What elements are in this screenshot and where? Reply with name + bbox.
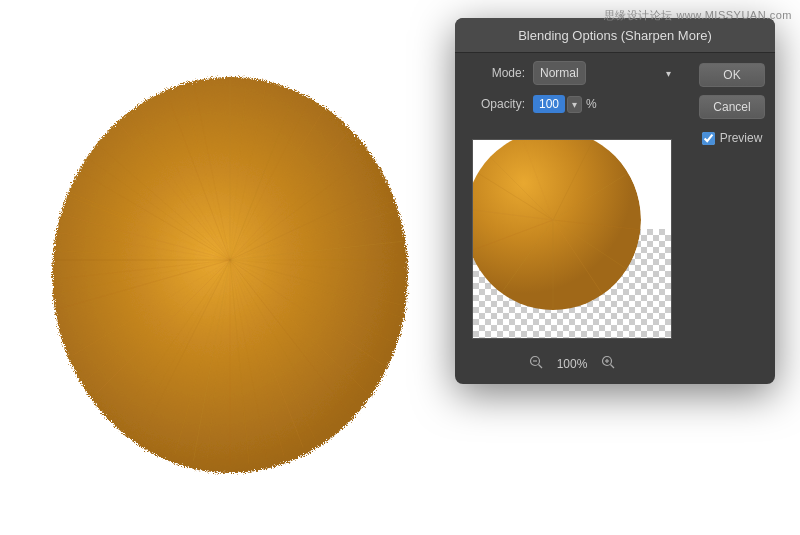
mode-select-wrapper[interactable]: Normal ▾ bbox=[533, 61, 677, 85]
zoom-in-button[interactable] bbox=[597, 353, 619, 374]
opacity-dropdown-btn[interactable]: ▾ bbox=[567, 96, 582, 113]
opacity-unit: % bbox=[586, 97, 597, 111]
dialog-body: Mode: Normal ▾ Opacity: 100 ▾ % bbox=[455, 53, 775, 384]
dialog-left-panel: Mode: Normal ▾ Opacity: 100 ▾ % bbox=[455, 53, 689, 384]
cancel-button[interactable]: Cancel bbox=[699, 95, 765, 119]
dialog-titlebar: Blending Options (Sharpen More) bbox=[455, 18, 775, 53]
svg-line-79 bbox=[611, 365, 615, 369]
preview-image bbox=[473, 140, 672, 339]
dialog-title: Blending Options (Sharpen More) bbox=[518, 28, 712, 43]
zoom-out-button[interactable] bbox=[525, 353, 547, 374]
opacity-label: Opacity: bbox=[467, 97, 525, 111]
dialog-right-panel: OK Cancel Preview bbox=[689, 53, 775, 384]
opacity-row: Opacity: 100 ▾ % bbox=[467, 95, 677, 113]
zoom-level: 100% bbox=[557, 357, 588, 371]
canvas-artwork bbox=[30, 60, 450, 480]
preview-checkbox-row: Preview bbox=[702, 131, 763, 145]
canvas-area: 思缘设计论坛 www.MISSYUAN.com bbox=[0, 0, 800, 535]
watermark: 思缘设计论坛 www.MISSYUAN.com bbox=[604, 8, 792, 23]
zoom-controls: 100% bbox=[467, 347, 677, 380]
preview-checkbox[interactable] bbox=[702, 132, 715, 145]
blending-options-dialog: Blending Options (Sharpen More) Mode: No… bbox=[455, 18, 775, 384]
preview-checkbox-label: Preview bbox=[720, 131, 763, 145]
mode-label: Mode: bbox=[467, 66, 525, 80]
fur-texture bbox=[40, 63, 425, 480]
opacity-value[interactable]: 100 bbox=[533, 95, 565, 113]
svg-line-75 bbox=[538, 365, 542, 369]
mode-row: Mode: Normal ▾ bbox=[467, 61, 677, 85]
zoom-out-icon bbox=[529, 355, 543, 369]
preview-section: 100% bbox=[455, 127, 689, 384]
ok-button[interactable]: OK bbox=[699, 63, 765, 87]
chevron-down-icon: ▾ bbox=[666, 68, 671, 79]
mode-select[interactable]: Normal bbox=[533, 61, 586, 85]
mode-section: Mode: Normal ▾ Opacity: 100 ▾ % bbox=[455, 53, 689, 127]
zoom-in-icon bbox=[601, 355, 615, 369]
preview-canvas bbox=[472, 139, 672, 339]
